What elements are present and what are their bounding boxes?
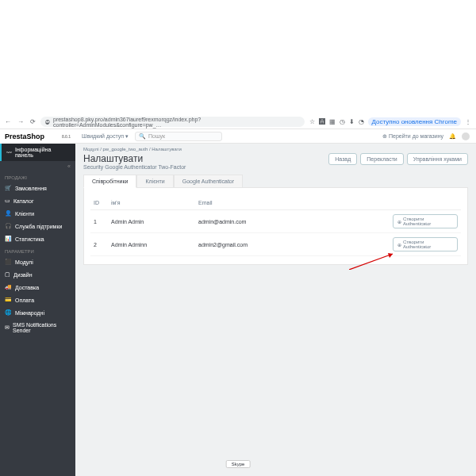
- sidebar-item-design[interactable]: ▢ Дизайн: [0, 268, 75, 281]
- ext1-icon[interactable]: ▦: [329, 118, 336, 125]
- sidebar-item-stats[interactable]: 📊 Статистика: [0, 232, 75, 245]
- tabs: Співробітники Клієнти Google Authenticat…: [83, 175, 468, 188]
- chevron-down-icon: ▾: [125, 133, 129, 140]
- forward-icon[interactable]: →: [17, 118, 24, 125]
- ext3-icon[interactable]: ◔: [359, 118, 364, 125]
- sidebar-item-support[interactable]: 🎧 Служба підтримки: [0, 220, 75, 232]
- browser-bar: ← → ⟳ ⓵ prestashop8.pky.pro/admin367iaur…: [0, 115, 476, 129]
- search-icon: 🔍: [139, 133, 146, 140]
- download-icon[interactable]: ⬇: [349, 118, 355, 125]
- breadcrumb: Модулі / pw_google_two_auth / Налаштуват…: [75, 144, 476, 152]
- back-button[interactable]: Назад: [328, 153, 357, 165]
- collapse-icon[interactable]: «: [0, 161, 75, 171]
- th-id: ID: [90, 196, 108, 210]
- zoom-icon: ⊕: [397, 242, 401, 248]
- avatar[interactable]: [462, 132, 470, 140]
- page-title: Налаштувати: [83, 153, 186, 164]
- translate-button[interactable]: Перекласти: [360, 153, 403, 165]
- bookmark-icon[interactable]: ☆: [309, 118, 315, 125]
- table-row: 2 Admin Adminn admin2@gmail.com ⊕Створит…: [90, 233, 461, 256]
- table-row: 1 Admin Admin admin@admin.com ⊕Створити …: [90, 210, 461, 233]
- goto-store[interactable]: ⊕ Перейти до магазину: [382, 133, 443, 140]
- sidebar-item-orders[interactable]: 🛒 Замовлення: [0, 182, 75, 194]
- search-input[interactable]: 🔍Пошук: [135, 132, 222, 141]
- create-auth-button[interactable]: ⊕Створити Authenticator: [393, 214, 458, 228]
- chrome-update[interactable]: Доступно оновлення Chrome: [368, 117, 461, 126]
- url-bar[interactable]: ⓵ prestashop8.pky.pro/admin367iauref9rex…: [40, 117, 305, 127]
- sidebar-item-catalog[interactable]: ▭ Каталог: [0, 194, 75, 207]
- sidebar-item-sms[interactable]: ✉ SMS Notifications Sender: [0, 319, 75, 336]
- sidebar-group-sales: ПРОДАЖІ: [0, 171, 75, 182]
- create-auth-button[interactable]: ⊕Створити Authenticator: [393, 237, 458, 251]
- reload-icon[interactable]: ⟳: [30, 118, 36, 125]
- sidebar-item-modules[interactable]: ⬛ Модулі: [0, 255, 75, 268]
- employees-table: ID ім'я Email 1 Admin Admin admin@admin.…: [90, 196, 461, 256]
- sidebar-item-shipping[interactable]: 🚚 Доставка: [0, 281, 75, 294]
- bell-icon[interactable]: 🔔: [449, 133, 456, 140]
- page-subtitle: Security Google Authenticator Two-Factor: [83, 164, 186, 170]
- ext2-icon[interactable]: ◷: [340, 118, 345, 125]
- hooks-button[interactable]: Управління хуками: [407, 153, 468, 165]
- url-text: prestashop8.pky.pro/admin367iauref9rexmo…: [53, 117, 300, 128]
- th-name: ім'я: [108, 196, 195, 210]
- menu-icon[interactable]: ⋮: [465, 118, 471, 125]
- sidebar-group-params: ПАРАМЕТРИ: [0, 245, 75, 255]
- logo[interactable]: PrestaShop8.0.1: [0, 129, 75, 144]
- sidebar-item-dashboard[interactable]: 〰 Інформаційна панель: [0, 144, 75, 161]
- zoom-icon: ⊕: [397, 219, 401, 225]
- sidebar-item-intl[interactable]: 🌐 Міжнародні: [0, 306, 75, 319]
- insecure-icon: ⓵: [45, 120, 50, 125]
- sidebar: PrestaShop8.0.1 〰 Інформаційна панель « …: [0, 129, 75, 476]
- th-email: Email: [195, 196, 390, 210]
- topbar: Швидкий доступ ▾ 🔍Пошук ⊕ Перейти до маг…: [75, 129, 476, 144]
- sidebar-item-payment[interactable]: 💳 Оплата: [0, 294, 75, 306]
- back-icon[interactable]: ←: [5, 118, 11, 125]
- tab-employees[interactable]: Співробітники: [83, 175, 136, 188]
- panel: ID ім'я Email 1 Admin Admin admin@admin.…: [83, 187, 468, 265]
- tab-ga[interactable]: Google Authenticator: [174, 175, 243, 188]
- translate-icon[interactable]: 🅰: [319, 118, 325, 125]
- tab-clients[interactable]: Клієнти: [136, 175, 173, 188]
- quick-access[interactable]: Швидкий доступ ▾: [82, 133, 129, 140]
- sidebar-item-customers[interactable]: 👤 Клієнти: [0, 207, 75, 220]
- skype-tooltip: Skype: [226, 460, 251, 468]
